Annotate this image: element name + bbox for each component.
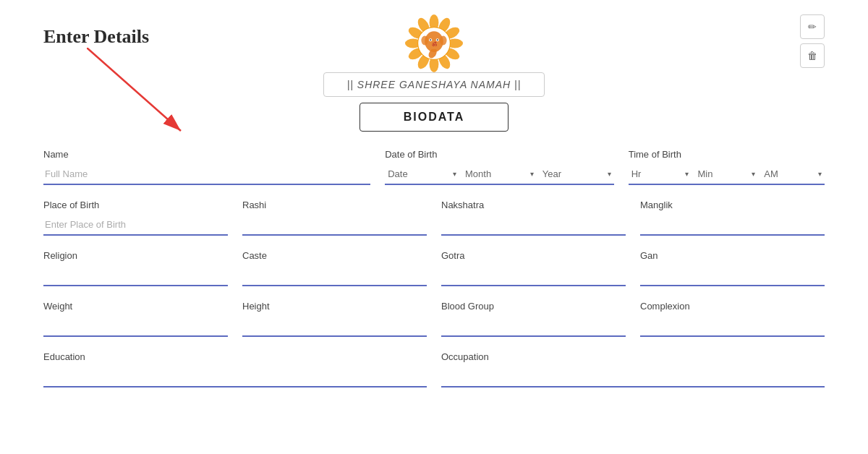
top-icons: ✏ 🗑 (800, 14, 825, 68)
edit-icon: ✏ (808, 21, 817, 33)
dob-selects: Date 12345 678910 1112131415 1617181920 … (385, 164, 614, 185)
form-area: Name Date of Birth Date 12345 678910 111… (43, 149, 825, 387)
gan-group: Gan (640, 250, 825, 286)
education-label: Education (43, 351, 427, 362)
name-input[interactable] (43, 164, 370, 185)
delete-icon: 🗑 (807, 50, 817, 61)
min-select[interactable]: Min 00051015 20253035 40455055 (694, 164, 758, 184)
page-container: Enter Details ✏ 🗑 (0, 0, 868, 454)
religion-group: Religion (43, 250, 242, 286)
nakshatra-input[interactable] (441, 215, 626, 236)
gan-input[interactable] (640, 265, 825, 286)
year-select[interactable]: Year 2000199919981997 1996199519941993 1… (540, 164, 614, 184)
education-input[interactable] (43, 367, 427, 387)
tagline-box: || SHREE GANESHAYA NAMAH || (323, 72, 545, 97)
blood-group-input[interactable] (441, 316, 626, 337)
education-group: Education (43, 351, 441, 387)
svg-point-17 (440, 36, 447, 46)
gotra-input[interactable] (441, 265, 626, 286)
weight-group: Weight (43, 301, 242, 337)
dob-label: Date of Birth (385, 149, 614, 160)
caste-input[interactable] (242, 265, 427, 286)
min-select-wrapper: Min 00051015 20253035 40455055 ▾ (694, 164, 758, 184)
manglik-label: Manglik (640, 200, 825, 210)
manglik-group: Manglik (640, 200, 825, 236)
form-row-4: Weight Height Blood Group Complexion (43, 301, 825, 337)
month-select-wrapper: Month JanuaryFebruaryMarchApril MayJuneJ… (462, 164, 537, 184)
occupation-input[interactable] (441, 367, 825, 387)
occupation-group: Occupation (441, 351, 825, 387)
hr-select[interactable]: Hr 12345 678910 1112 (629, 164, 692, 184)
gotra-group: Gotra (441, 250, 640, 286)
svg-point-16 (421, 36, 428, 46)
complexion-group: Complexion (640, 301, 825, 337)
complexion-label: Complexion (640, 301, 825, 312)
manglik-input[interactable] (640, 215, 825, 236)
rashi-group: Rashi (242, 200, 441, 236)
date-select-wrapper: Date 12345 678910 1112131415 1617181920 … (385, 164, 459, 184)
blood-group-group: Blood Group (441, 301, 640, 337)
height-group: Height (242, 301, 441, 337)
weight-label: Weight (43, 301, 228, 312)
place-of-birth-input[interactable] (43, 215, 228, 236)
hr-select-wrapper: Hr 12345 678910 1112 ▾ (629, 164, 692, 184)
gotra-label: Gotra (441, 250, 626, 261)
form-row-1: Name Date of Birth Date 12345 678910 111… (43, 149, 825, 185)
religion-input[interactable] (43, 265, 228, 286)
ampm-select[interactable]: AM PM (761, 164, 825, 184)
name-group: Name (43, 149, 385, 185)
svg-point-21 (437, 39, 438, 40)
form-row-2: Place of Birth Rashi Nakshatra Manglik (43, 200, 825, 236)
height-input[interactable] (242, 316, 427, 337)
tob-selects: Hr 12345 678910 1112 ▾ Min 00051015 2025… (629, 164, 825, 185)
height-label: Height (242, 301, 427, 312)
caste-group: Caste (242, 250, 441, 286)
svg-text:ॐ: ॐ (432, 41, 437, 48)
tob-group: Time of Birth Hr 12345 678910 1112 ▾ (629, 149, 825, 185)
edit-button[interactable]: ✏ (800, 14, 825, 39)
nakshatra-label: Nakshatra (441, 200, 626, 210)
date-select[interactable]: Date 12345 678910 1112131415 1617181920 … (385, 164, 459, 184)
rashi-label: Rashi (242, 200, 427, 210)
place-of-birth-label: Place of Birth (43, 200, 228, 210)
month-select[interactable]: Month JanuaryFebruaryMarchApril MayJuneJ… (462, 164, 537, 184)
place-of-birth-group: Place of Birth (43, 200, 242, 236)
nakshatra-group: Nakshatra (441, 200, 640, 236)
caste-label: Caste (242, 250, 427, 261)
biodata-title: BIODATA (359, 103, 509, 132)
ganesh-logo: ॐ (405, 14, 463, 72)
name-label: Name (43, 149, 370, 160)
rashi-input[interactable] (242, 215, 427, 236)
blood-group-label: Blood Group (441, 301, 626, 312)
religion-label: Religion (43, 250, 228, 261)
delete-button[interactable]: 🗑 (800, 43, 825, 68)
form-row-5: Education Occupation (43, 351, 825, 387)
ampm-select-wrapper: AM PM ▾ (761, 164, 825, 184)
gan-label: Gan (640, 250, 825, 261)
weight-input[interactable] (43, 316, 228, 337)
header-area: ✏ 🗑 (43, 14, 825, 132)
form-row-3: Religion Caste Gotra Gan (43, 250, 825, 286)
complexion-input[interactable] (640, 316, 825, 337)
dob-group: Date of Birth Date 12345 678910 11121314… (385, 149, 629, 185)
year-select-wrapper: Year 2000199919981997 1996199519941993 1… (540, 164, 614, 184)
svg-point-20 (430, 39, 431, 40)
occupation-label: Occupation (441, 351, 825, 362)
tob-label: Time of Birth (629, 149, 825, 160)
